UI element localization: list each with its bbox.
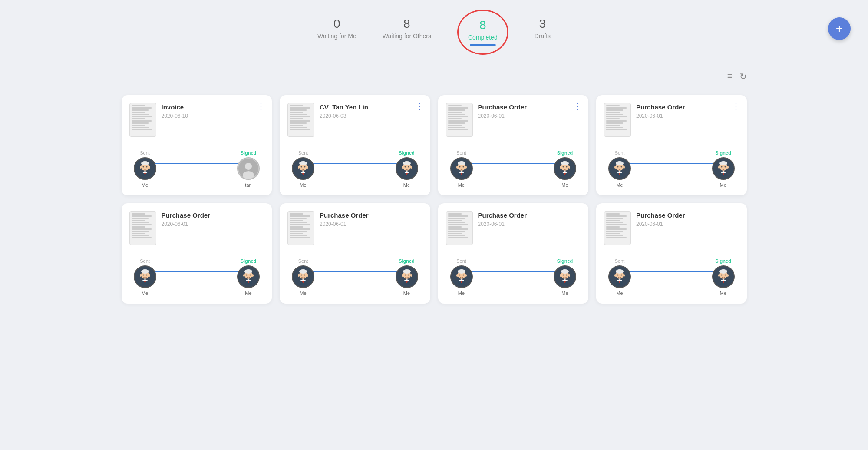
thumb-line [290,213,303,215]
thumb-line [290,120,310,122]
card-menu-button[interactable]: ⋮ [415,101,424,112]
svg-point-109 [408,274,409,275]
svg-point-106 [402,274,403,277]
thumb-line [448,235,465,236]
add-document-button[interactable]: + [828,17,851,40]
tab-completed[interactable]: 8 Completed [457,10,508,55]
receiver-person: Signed [396,150,418,188]
tab-count: 0 [333,17,340,31]
svg-point-67 [727,166,729,169]
document-card[interactable]: ⋮ Invoice 2020-06-10 Sent [122,95,272,195]
receiver-name: Me [403,182,410,188]
svg-point-18 [301,166,302,167]
receiver-name: Me [720,182,726,188]
tab-label: Waiting for Others [383,33,431,40]
thumb-line [132,122,149,124]
signature-flow: Sent [287,150,422,188]
card-menu-button[interactable]: ⋮ [573,209,582,220]
signature-flow: Sent [604,150,739,188]
svg-point-115 [458,269,465,274]
svg-point-39 [462,166,464,167]
svg-point-58 [617,166,619,167]
svg-point-5 [142,166,144,167]
thumb-line [290,114,307,115]
thumb-line [606,228,627,230]
document-card[interactable]: ⋮ Purchase Order 2020-06-01 Sent [280,203,430,304]
thumb-line [132,237,152,238]
card-menu-button[interactable]: ⋮ [732,209,741,220]
thumb-line [290,129,310,130]
thumb-line [290,127,307,128]
doc-date: 2020-06-01 [478,221,581,227]
sender-avatar [450,265,473,288]
document-card[interactable]: ⋮ Purchase Order 2020-06-01 Sent [596,95,747,195]
thumb-line [606,127,623,128]
svg-point-46 [560,166,561,169]
receiver-avatar [554,157,576,180]
svg-point-99 [304,274,306,275]
thumb-line [606,231,623,232]
thumb-line [290,107,310,109]
thumb-line [606,114,623,115]
document-card[interactable]: ⋮ Purchase Order 2020-06-01 Sent [438,95,589,195]
card-header: Purchase Order 2020-06-01 [446,211,581,245]
doc-thumbnail [129,211,156,245]
svg-point-26 [402,166,403,169]
thumb-line [132,218,149,219]
thumb-line [448,222,465,223]
thumb-line [132,220,145,221]
receiver-person: Signed [712,258,735,296]
card-menu-button[interactable]: ⋮ [257,209,266,220]
document-card[interactable]: ⋮ Purchase Order 2020-06-01 Sent [438,203,589,304]
signature-flow: Sent [604,258,739,296]
receiver-person: Signed [237,258,260,296]
card-menu-button[interactable]: ⋮ [415,209,424,220]
svg-point-145 [719,269,727,274]
tab-waiting-others[interactable]: 8 Waiting for Others [383,17,431,55]
thumb-line [448,226,462,228]
sender-avatar [450,157,473,180]
tab-waiting-me[interactable]: 0 Waiting for Me [317,17,356,55]
thumb-line [606,237,627,238]
svg-point-88 [246,274,248,275]
svg-point-149 [724,274,726,275]
refresh-icon[interactable]: ↻ [739,71,747,82]
svg-point-47 [568,166,570,169]
sender-person: Sent [450,150,473,188]
list-view-icon[interactable]: ≡ [727,71,733,82]
receiver-person: Signed [712,150,735,188]
thumb-line [290,125,303,126]
doc-thumbnail [446,211,473,245]
svg-point-148 [721,274,722,275]
thumb-line [290,231,307,232]
svg-point-11 [245,163,252,170]
document-card[interactable]: ⋮ Purchase Order 2020-06-01 Sent [596,203,747,304]
thumb-line [448,125,462,126]
svg-point-38 [459,166,460,167]
svg-point-56 [614,166,616,169]
thumb-line [448,122,465,124]
signature-flow: Sent [129,258,264,296]
document-card[interactable]: ⋮ Purchase Order 2020-06-01 Sent [122,203,272,304]
svg-point-126 [560,274,561,277]
sender-avatar [292,157,314,180]
svg-point-97 [307,274,308,277]
svg-point-95 [299,269,307,274]
thumb-line [606,218,623,219]
thumb-line [606,226,620,228]
receiver-name: Me [561,291,568,296]
doc-thumbnail [446,103,473,137]
svg-point-16 [298,166,300,169]
svg-point-28 [404,166,406,167]
card-menu-button[interactable]: ⋮ [573,101,582,112]
thumb-line [290,122,307,124]
card-menu-button[interactable]: ⋮ [732,101,741,112]
svg-point-48 [563,166,564,167]
tab-drafts[interactable]: 3 Drafts [535,17,551,55]
svg-point-75 [141,269,149,274]
svg-point-128 [563,274,564,275]
svg-point-129 [566,274,568,275]
thumb-line [132,213,145,215]
document-card[interactable]: ⋮ CV_Tan Yen Lin 2020-06-03 Sent [280,95,430,195]
card-menu-button[interactable]: ⋮ [257,101,266,112]
